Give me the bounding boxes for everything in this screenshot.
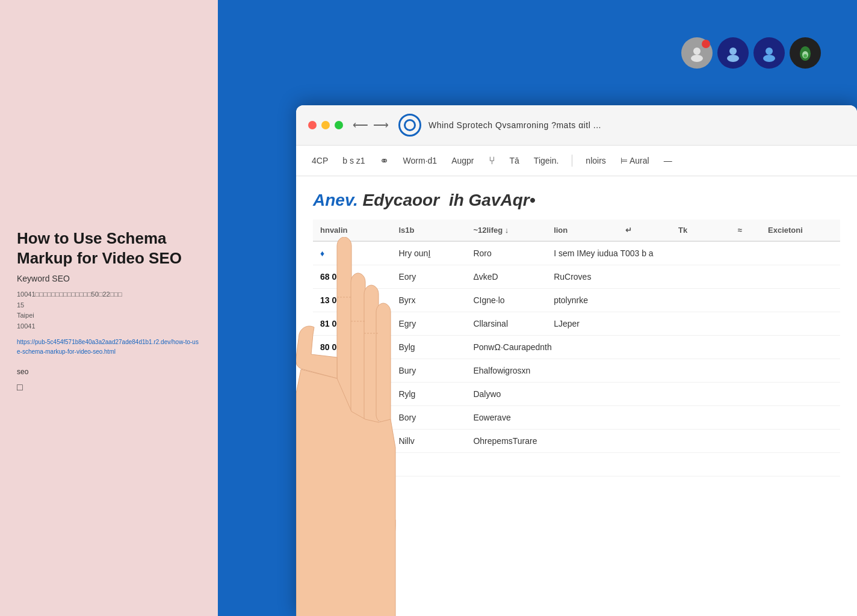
subheader-diamond: ♦ bbox=[313, 241, 391, 265]
row4-col1: 80 00k· bbox=[313, 336, 391, 359]
col-header-6: Tk bbox=[671, 220, 731, 241]
table-row: 13 00k→ Byrx CIgne·lo ptolynrke bbox=[313, 289, 840, 312]
row8-col1: S0 00k· bbox=[313, 430, 391, 453]
sidebar: How to Use Schema Markup for Video SEO K… bbox=[0, 0, 218, 616]
table-subheader: ♦ Hry ounI Roro I sem IMey iudua T003 b … bbox=[313, 241, 840, 265]
main-area: ⟵ ⟶ Whind Sprotech Qvsamroning ?mats αit… bbox=[218, 0, 857, 616]
col-header-7: ≈ bbox=[731, 220, 761, 241]
toolbar-item-tigein[interactable]: Tigein. bbox=[533, 153, 560, 168]
row2-col1: 13 00k→ bbox=[313, 289, 391, 312]
content-title-blue: Anev. Edycaoor bbox=[313, 191, 439, 209]
browser-loading-icon bbox=[398, 114, 421, 137]
row9-col1: 8E 00k· bbox=[313, 453, 391, 476]
browser-chrome: ⟵ ⟶ Whind Sprotech Qvsamroning ?mats αit… bbox=[296, 105, 857, 146]
icon-circle-1[interactable] bbox=[681, 37, 713, 69]
notification-badge bbox=[702, 40, 710, 48]
row5-col3: Ehalfowigrosxn bbox=[466, 359, 840, 383]
table-row: 17 00k· Rylg Dalywo bbox=[313, 383, 840, 406]
traffic-light-green[interactable] bbox=[335, 121, 343, 129]
toolbar-item-augpr[interactable]: Augpr bbox=[450, 153, 475, 168]
row1-col3: ΔvkeD bbox=[466, 265, 546, 289]
col-header-1: hnvalin bbox=[313, 220, 391, 241]
row1-col1: 68 00k· bbox=[313, 265, 391, 289]
toolbar-item-aural[interactable]: ⊨ Aural bbox=[619, 153, 651, 168]
subheader-col2: Hry ounI bbox=[391, 241, 466, 265]
top-icons bbox=[681, 37, 821, 69]
data-table: hnvalin ls1b ~12lifeg ↓ lion ↵ Tk ≈ Exci… bbox=[313, 220, 840, 476]
row5-col2: Bury bbox=[391, 359, 466, 383]
row1-col2: Eory bbox=[391, 265, 466, 289]
toolbar-item-worm[interactable]: Worm·d1 bbox=[402, 153, 439, 168]
back-icon[interactable]: ⟵ bbox=[353, 119, 368, 132]
toolbar-item-dash: — bbox=[663, 153, 673, 168]
row3-col1: 81 00k· bbox=[313, 312, 391, 336]
svg-point-4 bbox=[766, 48, 773, 55]
browser-window: ⟵ ⟶ Whind Sprotech Qvsamroning ?mats αit… bbox=[296, 105, 857, 616]
traffic-light-red[interactable] bbox=[308, 121, 317, 129]
table-row: S0 00k· Nillv OhrepemsTurare bbox=[313, 430, 840, 453]
svg-point-5 bbox=[763, 55, 775, 62]
svg-point-8 bbox=[803, 54, 807, 58]
row1-col4: RuCroves bbox=[546, 265, 840, 289]
toolbar-item-ta[interactable]: Tā bbox=[509, 153, 521, 168]
subheader-col7 bbox=[761, 241, 840, 265]
row6-col3: Dalywo bbox=[466, 383, 840, 406]
row8-col2: Nillv bbox=[391, 430, 466, 453]
toolbar-item-fork: ⑂ bbox=[487, 152, 497, 170]
traffic-lights bbox=[308, 121, 343, 129]
toolbar-separator bbox=[572, 155, 572, 167]
row7-col2: Bory bbox=[391, 406, 466, 430]
col-header-5: ↵ bbox=[618, 220, 671, 241]
sidebar-meta: 10041□□□□□□□□□□□□□□50□22□□□ 15 Taipei 10… bbox=[17, 289, 201, 331]
col-header-3: ~12lifeg ↓ bbox=[466, 220, 546, 241]
browser-content: Anev. Edycaoor ih GavAqr• hnvalin ls1b ~… bbox=[296, 176, 857, 491]
toolbar-item-nloirs[interactable]: nloirs bbox=[584, 153, 607, 168]
table-row: 32 00k· Bory Eowerave bbox=[313, 406, 840, 430]
top-bar bbox=[218, 0, 857, 105]
row8-col3: OhrepemsTurare bbox=[466, 430, 840, 453]
row2-col3: CIgne·lo bbox=[466, 289, 546, 312]
row6-col2: Rylg bbox=[391, 383, 466, 406]
sidebar-copy-icon: □ bbox=[17, 382, 201, 393]
table-row: 82 00k· Bury Ehalfowigrosxn bbox=[313, 359, 840, 383]
col-header-8: Excietoni bbox=[761, 220, 840, 241]
table-row: 8E 00k· bbox=[313, 453, 840, 476]
svg-point-0 bbox=[693, 48, 701, 55]
traffic-light-yellow[interactable] bbox=[321, 121, 330, 129]
row3-col3: Cllarsinal bbox=[466, 312, 546, 336]
sidebar-url[interactable]: https://pub-5c454f571b8e40a3a2aad27ade84… bbox=[17, 337, 201, 357]
toolbar-item-1[interactable]: 4CP bbox=[311, 153, 329, 168]
subheader-col4: I sem IMey iudua T003 b a bbox=[546, 241, 731, 265]
row6-col1: 17 00k· bbox=[313, 383, 391, 406]
sidebar-subtitle: Keyword SEO bbox=[17, 274, 201, 283]
row2-col4: ptolynrke bbox=[546, 289, 840, 312]
row3-col4: LJeper bbox=[546, 312, 840, 336]
toolbar-link-icon[interactable]: ⚭ bbox=[379, 152, 390, 170]
col-header-4: lion bbox=[546, 220, 618, 241]
row3-col2: Egry bbox=[391, 312, 466, 336]
icon-circle-3[interactable] bbox=[753, 37, 785, 69]
address-bar[interactable]: Whind Sprotech Qvsamroning ?mats αitl ..… bbox=[398, 114, 845, 137]
col-header-2: ls1b bbox=[391, 220, 466, 241]
icon-circle-4[interactable] bbox=[790, 37, 821, 69]
table-row: 80 00k· Bylg PonwΩ·Caurapednth bbox=[313, 336, 840, 359]
table-row: 68 00k· Eory ΔvkeD RuCroves bbox=[313, 265, 840, 289]
svg-point-1 bbox=[691, 55, 703, 62]
svg-point-3 bbox=[727, 55, 739, 62]
table-row: 81 00k· Egry Cllarsinal LJeper bbox=[313, 312, 840, 336]
toolbar-item-2[interactable]: b s z1 bbox=[341, 153, 366, 168]
content-title-dark: ih GavAqr• bbox=[449, 191, 536, 209]
row4-col3: PonwΩ·Caurapednth bbox=[466, 336, 840, 359]
forward-icon[interactable]: ⟶ bbox=[373, 119, 389, 132]
row7-col3: Eowerave bbox=[466, 406, 840, 430]
icon-circle-2[interactable] bbox=[717, 37, 749, 69]
table-body: ♦ Hry ounI Roro I sem IMey iudua T003 b … bbox=[313, 241, 840, 476]
address-text: Whind Sprotech Qvsamroning ?mats αitl ..… bbox=[428, 120, 601, 130]
row7-col1: 32 00k· bbox=[313, 406, 391, 430]
row4-col2: Bylg bbox=[391, 336, 466, 359]
sidebar-title: How to Use Schema Markup for Video SEO bbox=[17, 229, 201, 268]
subheader-col3: Roro bbox=[466, 241, 546, 265]
table-header: hnvalin ls1b ~12lifeg ↓ lion ↵ Tk ≈ Exci… bbox=[313, 220, 840, 241]
svg-point-2 bbox=[729, 48, 737, 55]
row2-col2: Byrx bbox=[391, 289, 466, 312]
